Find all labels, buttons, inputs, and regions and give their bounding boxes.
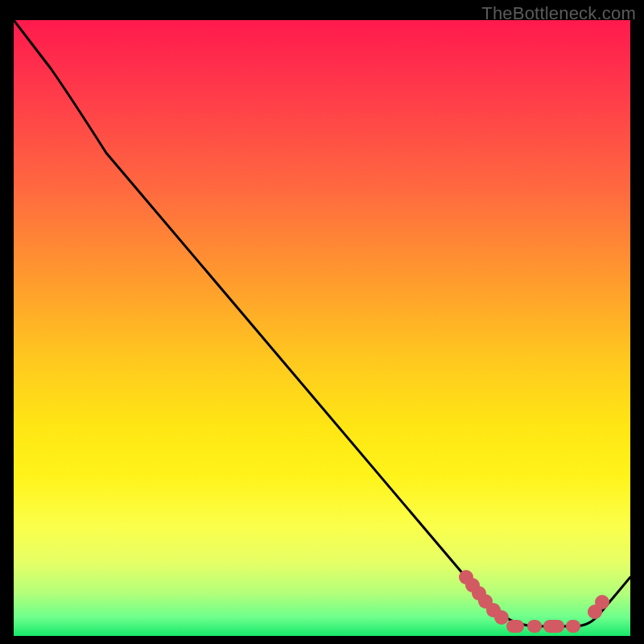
- svg-rect-6: [506, 620, 524, 633]
- chart-stage: TheBottleneck.com: [0, 0, 644, 644]
- bottleneck-curve: [14, 20, 630, 636]
- svg-rect-9: [566, 620, 580, 633]
- curve-line: [14, 20, 630, 626]
- svg-point-11: [595, 595, 609, 609]
- svg-point-5: [494, 610, 509, 625]
- svg-rect-8: [543, 620, 564, 633]
- svg-rect-7: [527, 620, 542, 633]
- plot-area: [14, 20, 630, 636]
- watermark-text: TheBottleneck.com: [481, 3, 636, 24]
